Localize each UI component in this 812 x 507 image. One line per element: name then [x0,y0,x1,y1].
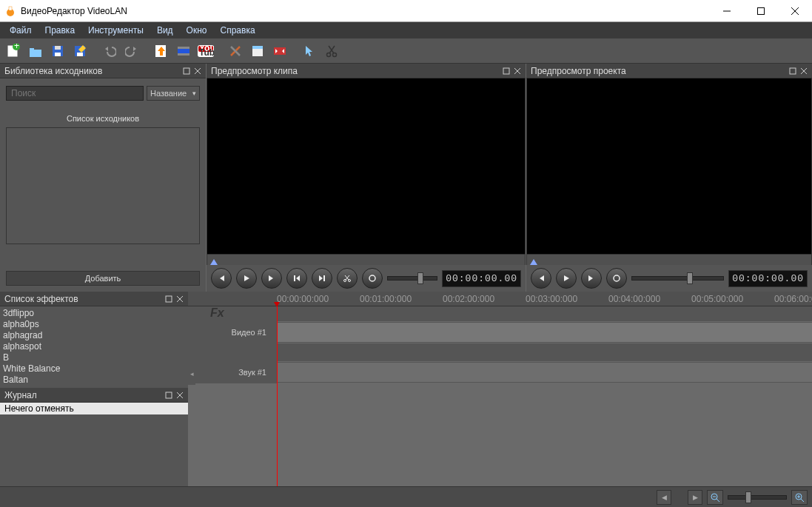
collapse-handle[interactable]: ◂ [188,363,195,385]
app-icon [4,5,16,17]
menu-file[interactable]: Файл [3,24,38,37]
detach-icon[interactable] [164,390,174,400]
journal-panel-title: Журнал [4,390,37,400]
clip-volume-slider[interactable] [387,276,437,281]
fx-panel-title: Список эффектов [4,294,78,304]
clip-preview-title: Предпросмотр клипа [211,66,298,76]
scroll-right-button[interactable]: ▶ [688,490,702,505]
detach-icon[interactable] [164,294,174,304]
fx-item[interactable]: White Balance [3,363,185,375]
fx-item[interactable]: alphaspot [3,341,185,352]
redo-button[interactable] [121,41,142,61]
video-track[interactable] [277,322,812,343]
clip-stop-button[interactable] [362,268,383,289]
library-title: Библиотека исходников [4,66,102,76]
fx-drop-icon[interactable]: Fx [210,306,232,320]
clip-out-button[interactable] [312,268,332,289]
clip-preview-viewer[interactable] [207,78,526,255]
svg-rect-45 [166,392,172,398]
save-button[interactable] [47,41,68,61]
detach-icon[interactable] [501,66,511,76]
video-track-label[interactable]: Видео #1 [188,321,277,343]
svg-rect-25 [252,46,263,49]
fx-item[interactable]: 3dflippo [3,308,185,319]
save-as-button[interactable] [70,41,90,61]
library-panel: Библиотека исходников Название Список ис… [0,64,206,292]
scroll-left-button[interactable]: ◀ [657,490,671,505]
proj-timecode: 00:00:00.00 [728,270,808,287]
source-list[interactable] [6,127,200,244]
close-icon[interactable] [175,390,185,400]
clip-prev-button[interactable] [211,268,232,289]
add-button[interactable]: Добавить [6,271,200,286]
clip-marker-strip[interactable] [207,255,526,265]
main-toolbar: + YouTube [0,38,812,64]
menu-help[interactable]: Справка [214,24,262,37]
open-button[interactable] [25,41,46,61]
svg-point-37 [369,275,375,281]
timeline-ruler[interactable]: 00:00:00:000 00:01:00:000 00:02:00:000 0… [188,292,812,306]
props-button[interactable] [247,41,268,61]
menu-edit[interactable]: Правка [38,24,82,37]
proj-play-button[interactable] [556,268,577,289]
menu-tools[interactable]: Инструменты [81,24,150,37]
clip-in-button[interactable] [286,268,307,289]
cut-tool-button[interactable] [321,41,342,61]
ruler-stamp: 00:02:00:000 [443,294,494,304]
journal-list[interactable]: Нечего отменять [0,403,188,486]
youtube-button[interactable]: YouTube [195,41,216,61]
close-button[interactable] [778,0,812,21]
svg-rect-10 [30,48,34,50]
proj-prev-button[interactable] [531,268,551,289]
undo-button[interactable] [99,41,120,61]
window-title: ВидеоРедактор VideoLAN [21,6,710,16]
proj-next-button[interactable] [581,268,602,289]
project-preview-title: Предпросмотр проекта [531,66,626,76]
zoom-slider[interactable] [728,495,787,500]
menubar: Файл Правка Инструменты Вид Окно Справка [0,22,812,38]
new-button[interactable]: + [3,41,24,61]
close-icon[interactable] [192,66,203,76]
menu-view[interactable]: Вид [150,24,180,37]
clip-button[interactable] [173,41,194,61]
proj-stop-button[interactable] [606,268,627,289]
project-marker-strip[interactable] [526,255,812,265]
clip-timecode: 00:00:00.00 [442,270,521,287]
fx-item[interactable]: B [3,352,185,363]
sort-select[interactable]: Название [147,86,200,101]
proj-volume-slider[interactable] [631,276,724,281]
svg-rect-29 [184,68,189,74]
audio-track[interactable] [277,362,812,383]
close-icon[interactable] [799,66,809,76]
fx-item[interactable]: alphagrad [3,330,185,341]
fx-item[interactable]: Baltan [3,375,185,386]
settings-button[interactable] [225,41,246,61]
render-button[interactable] [269,41,290,61]
zoom-out-button[interactable] [707,490,723,505]
zoom-in-button[interactable] [791,490,808,505]
svg-rect-3 [758,7,765,14]
import-button[interactable] [151,41,172,61]
close-icon[interactable] [512,66,523,76]
clip-play-button[interactable] [236,268,257,289]
journal-item[interactable]: Нечего отменять [0,403,188,414]
svg-rect-42 [166,296,172,302]
menu-window[interactable]: Окно [180,24,214,37]
minimize-button[interactable] [710,0,744,21]
select-tool-button[interactable] [299,41,320,61]
playhead[interactable] [277,306,278,486]
project-preview-viewer[interactable] [526,78,812,255]
audio-track-label[interactable]: Звук #1 [188,361,277,383]
clip-next-button[interactable] [261,268,282,289]
search-input[interactable] [6,86,144,101]
maximize-button[interactable] [744,0,778,21]
fx-item[interactable]: alpha0ps [3,319,185,330]
detach-icon[interactable] [181,66,192,76]
clip-cut-button[interactable] [337,268,358,289]
close-icon[interactable] [175,294,185,304]
svg-rect-18 [178,47,189,49]
fx-list[interactable]: 3dflippo alpha0ps alphagrad alphaspot B … [0,306,188,388]
detach-icon[interactable] [788,66,798,76]
svg-rect-19 [178,53,189,56]
svg-rect-9 [30,50,41,57]
